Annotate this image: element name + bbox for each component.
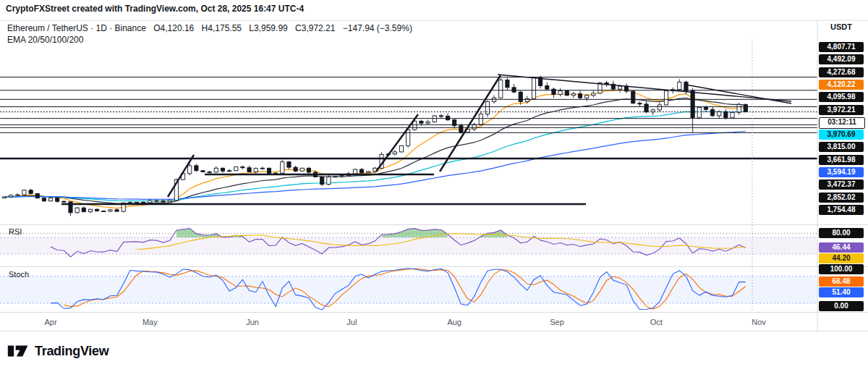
trendline (498, 75, 791, 101)
month-label: Oct (650, 318, 663, 326)
axis-price-label: 4,492.09 (819, 54, 864, 64)
candle (393, 152, 396, 154)
candle (109, 210, 112, 211)
axis-stoch-label: 100.00 (819, 264, 864, 274)
candle (128, 203, 132, 203)
axis-price-label: 4,807.71 (819, 42, 864, 52)
candle (724, 111, 728, 118)
rsi-pane-label[interactable]: RSI (9, 227, 22, 236)
symbol-legend[interactable]: Ethereum / TetherUS · 1D · Binance O4,12… (7, 23, 417, 33)
tradingview-logo[interactable]: TradingView (7, 342, 109, 360)
candle (135, 202, 138, 203)
candle (638, 103, 642, 104)
candle (234, 167, 238, 171)
candle (188, 166, 192, 174)
candle (618, 86, 621, 89)
candle (201, 171, 205, 172)
candle (360, 169, 364, 173)
axis-price-label: 4,095.98 (819, 92, 864, 102)
tradingview-screenshot: CryptoFXStreet created with TradingView.… (0, 0, 868, 372)
stoch-pane-label[interactable]: Stoch (9, 270, 29, 279)
candle (592, 93, 595, 96)
candle (214, 168, 218, 172)
candle (155, 200, 158, 201)
candle (102, 211, 106, 212)
candle (664, 90, 668, 105)
candle (75, 208, 79, 213)
candle (267, 168, 271, 173)
trendline (440, 75, 501, 172)
candle (340, 176, 344, 177)
candle (558, 90, 562, 94)
candle (48, 198, 52, 200)
candle (300, 168, 304, 171)
ohlc-high: H4,175.55 (202, 23, 242, 33)
axis-rsi-label: 46.44 (819, 242, 864, 253)
trendline (168, 155, 194, 197)
month-label: Jul (346, 318, 357, 326)
candle (307, 168, 310, 172)
tradingview-wordmark: TradingView (35, 344, 109, 359)
axis-price-label: 4,120.22 (819, 80, 864, 90)
ohlc-close: C3,972.21 (295, 23, 335, 33)
axis-rsi-label: 44.20 (819, 253, 864, 263)
candle (82, 208, 85, 211)
candle (697, 107, 701, 117)
candle (446, 116, 449, 119)
axis-price-label: 2,852.02 (819, 193, 864, 203)
candle (571, 93, 575, 95)
candle (731, 112, 734, 117)
candle (413, 121, 417, 130)
candle (254, 169, 258, 172)
candle (281, 162, 284, 174)
symbol-title: Ethereum / TetherUS · 1D · Binance (7, 23, 146, 33)
candle (737, 104, 741, 112)
candle (16, 195, 20, 195)
candle (161, 200, 165, 201)
candle (691, 90, 694, 117)
candle (585, 96, 589, 98)
candle (168, 200, 171, 202)
axis-rsi-label: 80.00 (819, 228, 864, 238)
candle (684, 82, 688, 90)
ohlc-low: L3,959.99 (249, 23, 287, 33)
candle (62, 201, 66, 202)
candle (22, 190, 26, 195)
month-label: Nov (752, 318, 766, 326)
ema-20-line (4, 90, 746, 208)
candle (247, 168, 251, 172)
axis-price-label: 1,754.48 (819, 205, 864, 215)
candle (221, 168, 224, 171)
candle (35, 193, 39, 198)
candle (327, 177, 331, 184)
candle (9, 195, 13, 197)
candle (439, 116, 443, 117)
countdown-label: 03:12:11 (819, 117, 865, 129)
stoch-pane (0, 269, 817, 310)
candle (506, 80, 509, 87)
candle (142, 202, 145, 203)
candle (644, 104, 648, 112)
ema-legend[interactable]: EMA 20/50/100/200 (7, 35, 83, 45)
rsi-pane (0, 229, 817, 257)
candle (241, 167, 244, 168)
candle (42, 198, 46, 201)
month-label: Aug (447, 318, 461, 326)
axis-price-label: 3,472.37 (819, 179, 864, 190)
chart-canvas[interactable]: AprMayJunJulAugSepOctNov (0, 0, 868, 331)
candle (545, 86, 549, 90)
price-axis[interactable]: USDT 4,807.714,492.094,272.684,120.224,0… (817, 0, 868, 331)
candle (148, 200, 152, 203)
candle (704, 107, 707, 109)
candle (658, 105, 661, 110)
candle (399, 145, 403, 152)
candle (499, 80, 503, 98)
ema-200-line (4, 132, 746, 200)
month-label: Sep (550, 318, 564, 326)
candle (367, 172, 370, 173)
candle (56, 198, 59, 201)
candle (433, 116, 436, 122)
candle (95, 209, 99, 211)
month-label: May (142, 318, 158, 326)
candle (260, 168, 264, 169)
